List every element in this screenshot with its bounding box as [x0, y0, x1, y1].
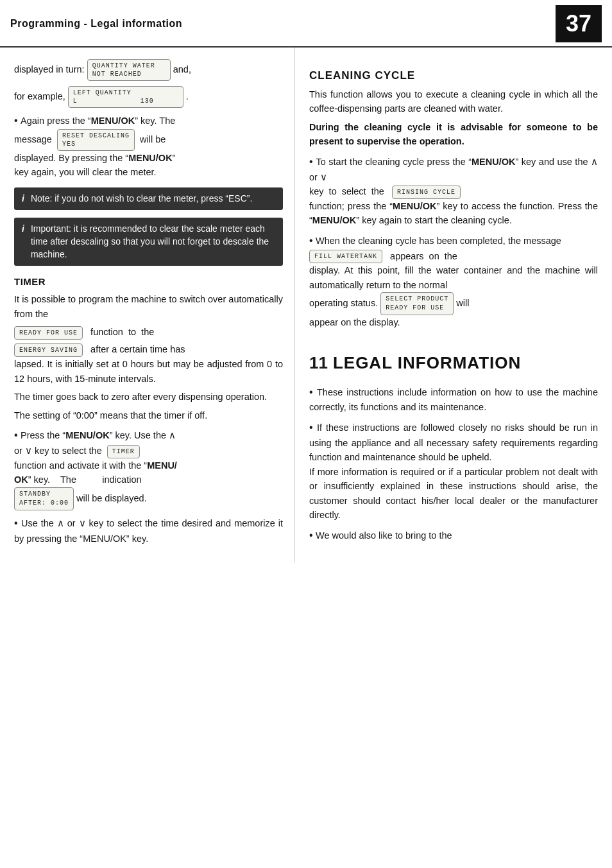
bullet-start-cleaning: To start the cleaning cycle press the “M… [309, 154, 598, 228]
header-title: Programming - Legal information [10, 18, 182, 30]
bullet-use-arrow-text: Use the ∧ or ∨ key to select the time de… [14, 518, 283, 544]
menu-ok-1: MENU/OK [91, 116, 135, 126]
legal-section: 11 LEGAL INFORMATION These instructions … [309, 342, 598, 544]
cleaning-para1: This function allows you to execute a cl… [309, 87, 598, 116]
note-info-box: i Note: if you do not wish to clear the … [14, 187, 283, 211]
important-info-box: i Important: it is recommended to clear … [14, 218, 283, 266]
legal-bullet2-text-2: If more information is required or if a … [309, 467, 598, 520]
lcd-rinsing-cycle: RINSING CYCLE [392, 186, 461, 199]
lcd-reset-descaling: RESET DESCALINGYES [57, 129, 135, 151]
cleaning-important: During the cleaning cycle it is advisabl… [309, 120, 598, 149]
important-text: Important: it is recommended to clear th… [31, 223, 275, 261]
bullet-press-menu: Press the “MENU/OK” key. Use the ∧ or ∨ … [14, 428, 283, 510]
timer-line2: ENERGY SAVING after a certain time has [14, 342, 283, 357]
lcd-fill-watertank: FILL WATERTANK [309, 250, 382, 263]
timer-line1: READY FOR USE function to the [14, 325, 283, 340]
timer-section-title: TIMER [14, 276, 283, 287]
note-text: Note: if you do not wish to clear the me… [31, 193, 252, 205]
lcd-energy-saving: ENERGY SAVING [14, 343, 83, 357]
displayed-in-turn-text: displayed in turn: [14, 64, 85, 74]
timer-para1: It is possible to program the machine to… [14, 292, 283, 321]
bullet-when-completed: When the cleaning cycle has been complet… [309, 233, 598, 330]
legal-bullet2: If these instructions are followed close… [309, 420, 598, 523]
for-example-line: for example, LEFT QUANTITYL 130 . [14, 86, 283, 108]
main-columns: displayed in turn: QUANTITY WATERNOT REA… [0, 48, 612, 562]
lcd-standby: STANDBY AFTER: 0:00 [14, 487, 74, 510]
legal-bullet1: These instructions include information o… [309, 385, 598, 415]
legal-number: 11 [309, 353, 328, 373]
bullet-use-arrow: Use the ∧ or ∨ key to select the time de… [14, 516, 283, 546]
page-number-box: 37 [556, 5, 602, 42]
info-icon-2: i [22, 223, 24, 234]
legal-title: LEGAL INFORMATION [333, 353, 521, 373]
lcd-timer: TIMER [107, 445, 140, 458]
lcd-select-product: SELECT PRODUCT READY FOR USE [380, 292, 454, 315]
page-header: Programming - Legal information 37 [0, 0, 612, 48]
lcd-left-quantity: LEFT QUANTITYL 130 [68, 86, 183, 108]
lcd-quantity-water: QUANTITY WATERNOT REACHED [87, 59, 171, 81]
page-container: Programming - Legal information 37 displ… [0, 0, 612, 868]
legal-header: 11 LEGAL INFORMATION [309, 342, 598, 379]
legal-bullet1-text: These instructions include information o… [309, 387, 598, 413]
displayed-in-turn-line: displayed in turn: QUANTITY WATERNOT REA… [14, 59, 283, 81]
info-icon-1: i [22, 193, 24, 204]
timer-para3: The timer goes back to zero after every … [14, 390, 283, 404]
for-example-text: for example, [14, 91, 65, 101]
left-col: displayed in turn: QUANTITY WATERNOT REA… [0, 48, 295, 562]
timer-para2: lapsed. It is initially set at 0 hours b… [14, 357, 283, 386]
timer-para4: The setting of “0:00” means that the tim… [14, 408, 283, 422]
lcd-ready-for-use: READY FOR USE [14, 326, 83, 340]
legal-bullet2-text-1: If these instructions are followed close… [309, 422, 598, 462]
right-col: CLEANING CYCLE This function allows you … [295, 48, 612, 562]
legal-bullet3-text: We would also like to bring to the [316, 530, 452, 541]
cleaning-cycle-title: CLEANING CYCLE [309, 69, 598, 82]
legal-bullet3: We would also like to bring to the [309, 528, 598, 544]
bullet-again-press: Again press the “MENU/OK” key. The messa… [14, 113, 283, 180]
and-text: and, [173, 64, 191, 74]
